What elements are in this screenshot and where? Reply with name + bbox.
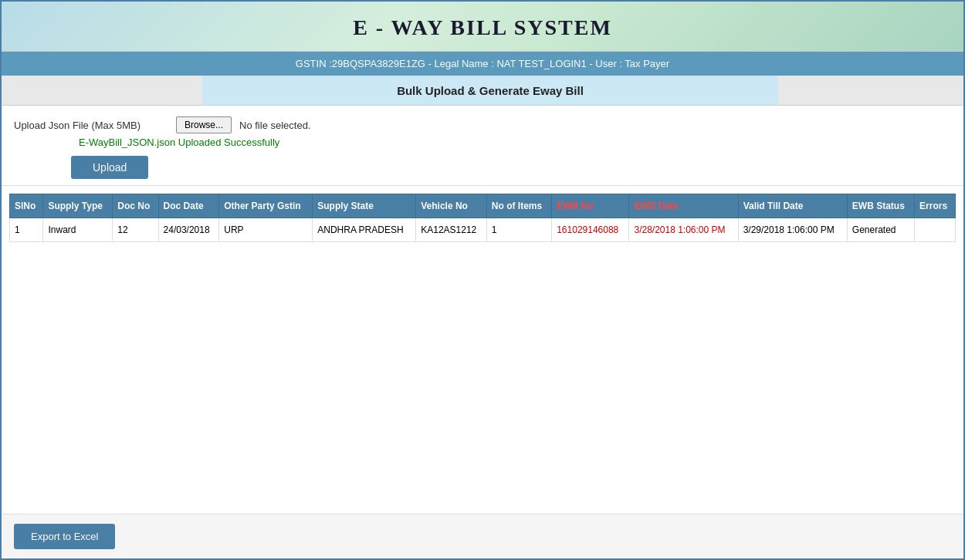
cell-doc_date: 24/03/2018 [158, 218, 219, 242]
title-bar-left [2, 76, 202, 105]
col-valid-till-date: Valid Till Date [738, 194, 847, 218]
cell-errors [915, 218, 956, 242]
cell-supply_type: Inward [43, 218, 113, 242]
col-errors: Errors [915, 194, 956, 218]
upload-label: Upload Json File (Max 5MB) [14, 120, 168, 131]
cell-valid_till_date: 3/29/2018 1:06:00 PM [738, 218, 847, 242]
browse-button[interactable]: Browse... [176, 116, 232, 133]
header-banner: E - WAY BILL SYSTEM [2, 2, 963, 52]
export-to-excel-button[interactable]: Export to Excel [14, 524, 115, 549]
upload-btn-row: Upload [14, 156, 951, 179]
cell-doc_no: 12 [113, 218, 158, 242]
no-file-text: No file selected. [239, 120, 311, 131]
col-ewb-status: EWB Status [847, 194, 914, 218]
col-supply-state: Supply State [313, 194, 416, 218]
cell-supply_state: ANDHRA PRADESH [313, 218, 416, 242]
col-doc-no: Doc No [113, 194, 158, 218]
upload-row: Upload Json File (Max 5MB) Browse... No … [14, 116, 951, 133]
col-vehicle-no: Vehicle No [416, 194, 487, 218]
gstin-info: GSTIN :29BQSPA3829E1ZG - Legal Name : NA… [296, 58, 669, 69]
success-row: E-WayBill_JSON.json Uploaded Successfull… [14, 137, 951, 148]
page-title-bar: Bulk Upload & Generate Eway Bill [2, 76, 963, 106]
cell-other_party_gstin: URP [219, 218, 313, 242]
col-slno: SlNo [10, 194, 43, 218]
cell-no_of_items: 1 [486, 218, 551, 242]
cell-ewb_no: 161029146088 [552, 218, 629, 242]
col-no-of-items: No of Items [486, 194, 551, 218]
title-bar-right [778, 76, 963, 105]
info-bar: GSTIN :29BQSPA3829E1ZG - Legal Name : NA… [2, 52, 963, 76]
table-header-row: SlNo Supply Type Doc No Doc Date Other P… [10, 194, 956, 218]
col-other-party-gstin: Other Party Gstin [219, 194, 313, 218]
col-supply-type: Supply Type [43, 194, 113, 218]
cell-ewb_status: Generated [847, 218, 914, 242]
table-section: SlNo Supply Type Doc No Doc Date Other P… [2, 186, 963, 514]
results-table: SlNo Supply Type Doc No Doc Date Other P… [9, 194, 956, 242]
col-ewb-no: EWB No [552, 194, 629, 218]
upload-section: Upload Json File (Max 5MB) Browse... No … [2, 106, 963, 186]
main-container: E - WAY BILL SYSTEM GSTIN :29BQSPA3829E1… [0, 0, 965, 560]
footer-section: Export to Excel [2, 514, 963, 558]
cell-ewd_date: 3/28/2018 1:06:00 PM [629, 218, 738, 242]
page-title: Bulk Upload & Generate Eway Bill [202, 76, 778, 105]
upload-button[interactable]: Upload [71, 156, 148, 179]
cell-slno: 1 [10, 218, 43, 242]
col-doc-date: Doc Date [158, 194, 219, 218]
app-title: E - WAY BILL SYSTEM [9, 15, 956, 40]
table-row: 1Inward1224/03/2018URPANDHRA PRADESHKA12… [10, 218, 956, 242]
upload-success-text: E-WayBill_JSON.json Uploaded Successfull… [79, 137, 279, 148]
cell-vehicle_no: KA12AS1212 [416, 218, 487, 242]
col-ewd-date: EWD Date [629, 194, 738, 218]
